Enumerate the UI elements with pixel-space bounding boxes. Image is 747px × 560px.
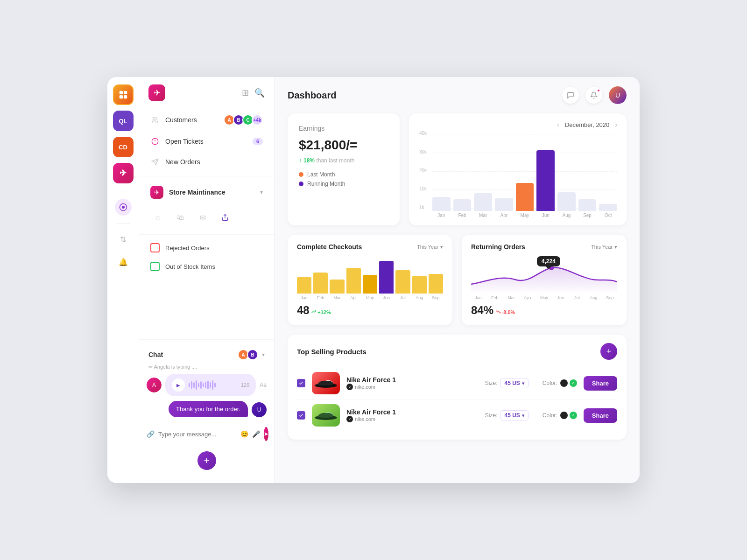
dock-icon-sort[interactable]: ⇅: [115, 231, 132, 248]
chat-messages: A ▶: [139, 374, 274, 417]
chat-message-audio: A ▶: [147, 374, 267, 396]
product-checkbox-1[interactable]: [297, 379, 305, 387]
returning-change: -8.0%: [496, 309, 515, 315]
chart-tooltip: 4,224: [537, 256, 560, 266]
sidebar-logo[interactable]: ✈: [148, 84, 165, 101]
checkout-bar-2: [313, 273, 328, 294]
star-icon[interactable]: ☆: [150, 210, 165, 225]
search-icon[interactable]: 🔍: [254, 88, 265, 98]
sidebar-header-icons: ⊞ 🔍: [242, 88, 265, 98]
dock-icon-plane[interactable]: ✈: [113, 163, 134, 183]
notification-dot: [597, 89, 600, 92]
dashboard-row1: Earnings $21,800/= ↑ 18% than last month…: [288, 113, 627, 225]
add-product-button[interactable]: +: [600, 343, 617, 360]
mic-icon[interactable]: 🎤: [252, 430, 260, 438]
nike-logo-2: ✓: [346, 416, 353, 422]
bar-mar: Mar: [474, 193, 492, 218]
sidebar-item-rejected[interactable]: Rejected Orders: [139, 238, 274, 257]
emoji-icon[interactable]: 😊: [240, 430, 248, 438]
rejected-label: Rejected Orders: [165, 245, 210, 252]
chart-prev-btn[interactable]: ‹: [557, 121, 559, 128]
sidebar-item-out-of-stock[interactable]: Out of Stock Items: [139, 257, 274, 276]
sidebar-header: ✈ ⊞ 🔍: [139, 84, 274, 109]
chat-collapse[interactable]: ▾: [262, 351, 265, 358]
bag-icon[interactable]: 🛍: [173, 210, 188, 225]
main-content: Dashboard U: [275, 77, 640, 483]
send-icon[interactable]: ✉: [195, 210, 210, 225]
user-avatar[interactable]: U: [609, 86, 627, 104]
checkout-card-header: Complete Checkouts This Year ▾: [297, 243, 443, 251]
aa-button[interactable]: Aa: [260, 382, 267, 388]
sidebar-item-orders[interactable]: New Orders: [139, 152, 274, 172]
bar-feb: Feb: [453, 199, 472, 218]
out-of-stock-indicator: [150, 262, 160, 271]
store-chevron: ▾: [260, 189, 263, 196]
share-button-1[interactable]: Share: [584, 376, 617, 391]
send-button[interactable]: ➤: [264, 427, 268, 441]
customer-avatars: A B C +4k: [224, 114, 263, 126]
bar-chart: Jan Feb Mar Apr: [432, 134, 617, 218]
attach-icon[interactable]: 🔗: [147, 430, 155, 438]
product-brand-1: ✓ nike.com: [346, 384, 479, 390]
chat-typing-status: ✏ Angela is typing ....: [139, 364, 274, 370]
bar-aug: Aug: [557, 192, 576, 218]
grid-icon[interactable]: ⊞: [242, 88, 249, 98]
sidebar-item-tickets[interactable]: Open Tickets 6: [139, 131, 274, 152]
audio-duration: 129: [241, 382, 249, 388]
size-chevron-1: ▾: [522, 381, 524, 386]
size-selector-2: Size: 45 US ▾: [485, 410, 529, 420]
color-black-1[interactable]: [560, 379, 568, 387]
tickets-icon: [150, 137, 160, 146]
product-checkbox-2[interactable]: [297, 411, 305, 420]
earnings-amount: $21,800/=: [299, 138, 388, 153]
color-green-2[interactable]: ✓: [570, 412, 577, 419]
share-icon[interactable]: [218, 210, 233, 225]
chat-icon-btn[interactable]: [562, 87, 579, 104]
earnings-pct: 18% than last month: [303, 157, 354, 164]
audio-message: ▶: [165, 374, 256, 396]
color-green-1[interactable]: ✓: [570, 379, 577, 387]
chart-next-btn[interactable]: ›: [615, 121, 617, 128]
bar-may-bar: [516, 183, 534, 211]
play-button[interactable]: ▶: [172, 378, 185, 392]
chat-avatars: A B: [238, 349, 258, 360]
notification-btn[interactable]: [585, 87, 602, 104]
sidebar-item-store[interactable]: ✈ Store Maintinance ▾: [139, 180, 274, 204]
chat-avatar-2: B: [247, 349, 258, 360]
color-black-2[interactable]: [560, 412, 568, 419]
tickets-label: Open Tickets: [165, 138, 247, 145]
checkout-stats: 48 +12%: [297, 304, 443, 317]
returning-card-header: Returning Orders This Year ▾: [471, 243, 617, 251]
dock-icon-cd[interactable]: CD: [113, 137, 134, 157]
chat-message-sent: Thank you for the order. U: [147, 401, 267, 417]
dock-icon-shop[interactable]: [113, 84, 134, 105]
sidebar-item-customers[interactable]: Customers A B C +4k: [139, 109, 274, 131]
up-arrow-icon: ↑: [299, 157, 302, 164]
bar-oct-bar: [599, 204, 617, 211]
top-selling-section: Top Selling Products +: [288, 335, 627, 440]
share-button-2[interactable]: Share: [584, 408, 617, 423]
chat-user-avatar: A: [147, 378, 162, 392]
returning-filter[interactable]: This Year ▾: [591, 244, 617, 250]
returning-percentage: 84%: [471, 304, 493, 316]
sent-avatar: U: [252, 402, 267, 417]
sent-message-bubble: Thank you for the order.: [169, 401, 248, 417]
checkout-filter[interactable]: This Year ▾: [417, 244, 443, 250]
shoe-icon-1: [314, 376, 338, 390]
chat-input[interactable]: [158, 431, 237, 438]
checkout-bar-7: [395, 270, 410, 294]
color-label-2: Color:: [543, 412, 557, 419]
size-label-2: Size:: [485, 412, 498, 419]
dock-icon-scout[interactable]: [115, 199, 132, 216]
bar-sep-bar: [578, 199, 597, 211]
size-dropdown-2[interactable]: 45 US ▾: [500, 410, 528, 420]
product-info-2: Nike Air Force 1 ✓ nike.com: [346, 408, 479, 422]
dock-icon-ql[interactable]: QL: [113, 111, 134, 131]
legend-running-month: Running Month: [299, 181, 388, 187]
returning-month-labels: Jan Feb Mar Ap r May Jun Jul Aug Sep: [471, 295, 617, 300]
size-dropdown-1[interactable]: 45 US ▾: [500, 378, 528, 388]
earnings-title: Earnings: [299, 125, 388, 132]
dock-icon-bell[interactable]: 🔔: [115, 253, 132, 270]
add-button[interactable]: +: [197, 451, 216, 470]
checkout-bar-9: [429, 274, 443, 294]
